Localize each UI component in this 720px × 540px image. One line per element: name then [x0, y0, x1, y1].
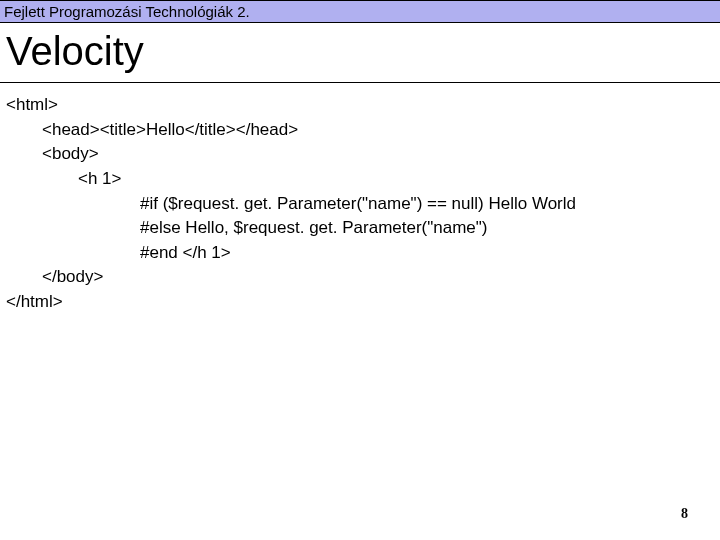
code-line: <head><title>Hello</title></head> — [6, 118, 714, 143]
header-text: Fejlett Programozási Technológiák 2. — [4, 3, 250, 20]
header-bar: Fejlett Programozási Technológiák 2. — [0, 0, 720, 23]
code-line: #end </h 1> — [6, 241, 714, 266]
code-block: <html> <head><title>Hello</title></head>… — [0, 93, 720, 315]
code-line: </html> — [6, 290, 714, 315]
slide-title: Velocity — [0, 23, 720, 82]
code-line: <html> — [6, 93, 714, 118]
code-line: </body> — [6, 265, 714, 290]
code-line: <body> — [6, 142, 714, 167]
code-line: <h 1> — [6, 167, 714, 192]
code-line: #else Hello, $request. get. Parameter("n… — [6, 216, 714, 241]
title-divider — [0, 82, 720, 83]
page-number: 8 — [681, 506, 688, 522]
code-line: #if ($request. get. Parameter("name") ==… — [6, 192, 714, 217]
